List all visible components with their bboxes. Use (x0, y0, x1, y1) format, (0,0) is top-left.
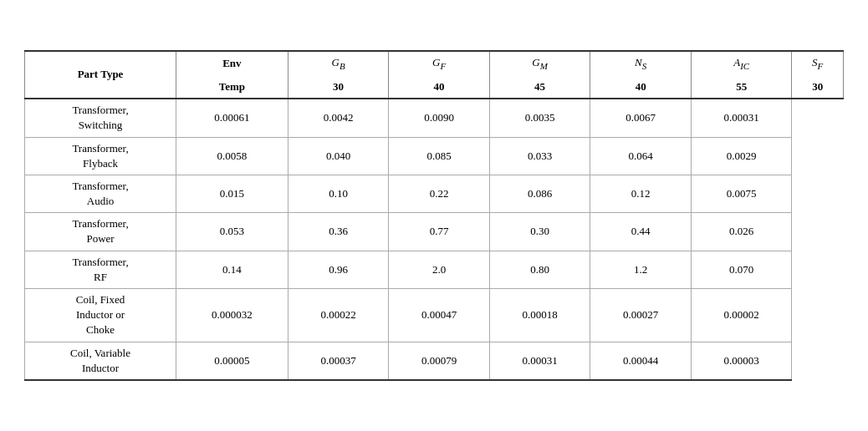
data-table: Part Type Env GB GF GM NS AIC SF Temp 30… (24, 50, 844, 381)
aic-cell: 0.12 (590, 175, 692, 212)
ns-cell: 0.00031 (489, 342, 590, 380)
gb-header-bottom: 30 (288, 76, 389, 99)
gm-cell: 0.77 (389, 213, 490, 251)
gm-cell: 0.00047 (389, 289, 490, 342)
gm-cell: 0.0090 (389, 99, 490, 137)
gf-cell: 0.0042 (288, 99, 389, 137)
sf-cell: 0.0029 (691, 137, 792, 175)
aic-cell: 0.00027 (590, 289, 692, 342)
part-type-cell: Transformer, Power (25, 213, 176, 251)
aic-cell: 0.00044 (590, 342, 692, 380)
aic-cell: 0.44 (590, 213, 692, 251)
ns-cell: 0.30 (489, 213, 590, 251)
ns-header-top: NS (590, 51, 692, 76)
gb-cell: 0.14 (176, 251, 288, 288)
sf-header-top: SF (792, 51, 844, 76)
part-type-cell: Transformer, Flyback (25, 137, 176, 175)
gf-header-bottom: 40 (389, 76, 490, 99)
sf-cell: 0.00003 (691, 342, 792, 380)
aic-header-top: AIC (691, 51, 792, 76)
ns-cell: 0.00018 (489, 289, 590, 342)
part-type-header: Part Type (25, 51, 176, 99)
ns-cell: 0.033 (489, 137, 590, 175)
ns-cell: 0.086 (489, 175, 590, 212)
aic-cell: 0.064 (590, 137, 692, 175)
gb-cell: 0.00061 (176, 99, 288, 137)
table-row: Transformer, RF0.140.962.00.801.20.070 (25, 251, 844, 288)
table-row: Transformer, Power0.0530.360.770.300.440… (25, 213, 844, 251)
gf-cell: 0.96 (288, 251, 389, 288)
gm-cell: 0.22 (389, 175, 490, 212)
aic-cell: 0.0067 (590, 99, 692, 137)
gb-cell: 0.00005 (176, 342, 288, 380)
ns-header-bottom: 40 (590, 76, 692, 99)
part-type-cell: Transformer, Switching (25, 99, 176, 137)
gb-cell: 0.053 (176, 213, 288, 251)
part-type-cell: Coil, Variable Inductor (25, 342, 176, 380)
table-row: Coil, Fixed Inductor or Choke0.0000320.0… (25, 289, 844, 342)
gm-cell: 2.0 (389, 251, 490, 288)
aic-header-bottom: 55 (691, 76, 792, 99)
gf-cell: 0.10 (288, 175, 389, 212)
sf-cell: 0.026 (691, 213, 792, 251)
gf-cell: 0.00037 (288, 342, 389, 380)
temp-header: Temp (176, 76, 288, 99)
gm-header-top: GM (489, 51, 590, 76)
ns-cell: 0.0035 (489, 99, 590, 137)
sf-header-bottom: 30 (792, 76, 844, 99)
table-wrapper: Part Type Env GB GF GM NS AIC SF Temp 30… (16, 42, 852, 389)
gf-header-top: GF (389, 51, 490, 76)
gb-cell: 0.0058 (176, 137, 288, 175)
sf-cell: 0.0075 (691, 175, 792, 212)
part-type-cell: Transformer, Audio (25, 175, 176, 212)
gb-cell: 0.015 (176, 175, 288, 212)
gf-cell: 0.36 (288, 213, 389, 251)
gm-cell: 0.00079 (389, 342, 490, 380)
table-row: Transformer, Switching0.000610.00420.009… (25, 99, 844, 137)
gb-header-top: GB (288, 51, 389, 76)
table-row: Transformer, Flyback0.00580.0400.0850.03… (25, 137, 844, 175)
sf-cell: 0.00031 (691, 99, 792, 137)
gm-cell: 0.085 (389, 137, 490, 175)
gf-cell: 0.00022 (288, 289, 389, 342)
table-row: Coil, Variable Inductor0.000050.000370.0… (25, 342, 844, 380)
env-header: Env (176, 51, 288, 76)
gf-cell: 0.040 (288, 137, 389, 175)
aic-cell: 1.2 (590, 251, 692, 288)
gm-header-bottom: 45 (489, 76, 590, 99)
ns-cell: 0.80 (489, 251, 590, 288)
sf-cell: 0.070 (691, 251, 792, 288)
table-row: Transformer, Audio0.0150.100.220.0860.12… (25, 175, 844, 212)
sf-cell: 0.00002 (691, 289, 792, 342)
part-type-cell: Transformer, RF (25, 251, 176, 288)
gb-cell: 0.000032 (176, 289, 288, 342)
part-type-cell: Coil, Fixed Inductor or Choke (25, 289, 176, 342)
